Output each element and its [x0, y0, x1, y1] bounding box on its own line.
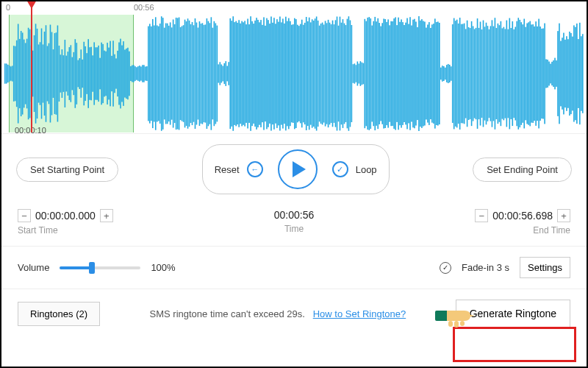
end-decrement-button[interactable]: −: [475, 209, 488, 222]
generate-ringtone-button[interactable]: Generate Ringtone: [456, 300, 570, 328]
svg-rect-119: [179, 18, 180, 130]
svg-rect-66: [101, 43, 102, 105]
svg-rect-239: [354, 63, 356, 83]
svg-rect-176: [262, 25, 263, 122]
set-ending-point-button[interactable]: Set Ending Point: [473, 158, 572, 182]
svg-rect-164: [244, 21, 245, 126]
svg-rect-187: [278, 22, 279, 126]
svg-rect-343: [506, 21, 508, 127]
svg-rect-290: [429, 22, 430, 125]
settings-button[interactable]: Settings: [520, 257, 570, 278]
svg-rect-16: [28, 28, 29, 120]
svg-rect-392: [578, 39, 579, 108]
volume-slider[interactable]: [60, 266, 140, 269]
check-icon[interactable]: ✓: [332, 161, 348, 177]
svg-rect-111: [167, 24, 168, 124]
svg-rect-340: [502, 28, 503, 118]
svg-rect-213: [316, 16, 318, 130]
svg-rect-241: [357, 62, 359, 86]
svg-rect-144: [215, 23, 217, 124]
svg-rect-172: [256, 18, 257, 130]
svg-rect-77: [117, 51, 118, 96]
play-button[interactable]: [278, 149, 318, 189]
svg-rect-178: [265, 26, 266, 121]
svg-rect-367: [541, 29, 542, 118]
svg-rect-258: [381, 23, 383, 124]
svg-rect-104: [157, 25, 158, 121]
end-increment-button[interactable]: +: [557, 209, 570, 222]
svg-rect-274: [405, 23, 406, 125]
svg-rect-360: [531, 24, 532, 122]
svg-rect-208: [309, 18, 310, 130]
svg-rect-19: [32, 51, 34, 97]
svg-rect-54: [83, 42, 85, 105]
bottom-row: Ringtones (2) SMS ringtone time can't ex…: [1, 289, 587, 338]
svg-rect-5: [12, 66, 13, 81]
svg-rect-88: [133, 65, 135, 82]
how-to-link[interactable]: How to Set Ringtone?: [313, 308, 406, 319]
svg-rect-265: [392, 21, 393, 126]
svg-rect-82: [124, 49, 126, 97]
svg-rect-139: [208, 21, 209, 127]
svg-rect-35: [56, 32, 57, 115]
fade-in-label[interactable]: Fade-in 3 s: [462, 262, 509, 273]
back-arrow-icon[interactable]: ←: [247, 161, 263, 177]
svg-rect-36: [57, 26, 59, 122]
loop-label[interactable]: Loop: [356, 164, 377, 175]
svg-rect-152: [226, 66, 228, 82]
playhead[interactable]: [31, 1, 32, 132]
svg-rect-386: [569, 32, 570, 116]
start-increment-button[interactable]: +: [100, 209, 113, 222]
ringtones-button[interactable]: Ringtones (2): [18, 302, 100, 326]
waveform-area[interactable]: 0 00:56 00:00:10: [1, 1, 587, 134]
svg-rect-190: [282, 18, 284, 128]
svg-rect-150: [223, 63, 225, 84]
svg-rect-148: [221, 65, 223, 83]
svg-rect-11: [21, 31, 22, 116]
checkmark-icon[interactable]: ✓: [440, 262, 451, 274]
start-decrement-button[interactable]: −: [18, 209, 31, 222]
svg-rect-6: [13, 46, 15, 102]
set-starting-point-button[interactable]: Set Starting Point: [16, 158, 118, 182]
svg-rect-278: [411, 25, 412, 121]
svg-rect-301: [445, 68, 446, 79]
svg-rect-385: [567, 39, 569, 108]
svg-rect-366: [539, 26, 541, 121]
svg-rect-363: [535, 21, 537, 126]
svg-rect-346: [511, 28, 512, 119]
svg-rect-281: [415, 21, 417, 125]
svg-rect-194: [288, 18, 290, 130]
svg-rect-224: [332, 21, 334, 127]
svg-rect-255: [377, 18, 379, 129]
svg-rect-317: [468, 27, 470, 120]
slider-thumb[interactable]: [89, 262, 95, 274]
svg-rect-145: [217, 26, 218, 122]
svg-rect-120: [180, 27, 182, 120]
svg-rect-388: [572, 37, 573, 111]
svg-rect-102: [154, 26, 155, 122]
svg-rect-108: [162, 18, 164, 130]
svg-rect-116: [174, 24, 176, 123]
svg-rect-298: [440, 68, 442, 80]
svg-rect-365: [538, 19, 539, 129]
svg-rect-163: [243, 22, 244, 124]
svg-rect-373: [550, 64, 551, 84]
svg-rect-101: [152, 19, 154, 128]
reset-label[interactable]: Reset: [215, 164, 240, 175]
svg-rect-243: [360, 61, 362, 86]
svg-rect-28: [46, 25, 47, 121]
svg-rect-105: [158, 26, 159, 121]
svg-rect-37: [59, 46, 60, 102]
svg-rect-45: [71, 45, 72, 102]
svg-rect-33: [53, 49, 54, 98]
svg-rect-4: [10, 66, 12, 80]
svg-rect-15: [26, 39, 28, 109]
svg-rect-245: [363, 63, 365, 85]
svg-rect-74: [112, 40, 114, 106]
svg-rect-182: [270, 16, 272, 130]
svg-rect-362: [534, 26, 535, 121]
time-row: − 00:00:00.000 + Start Time 00:00:56 Tim…: [1, 202, 587, 247]
svg-rect-10: [19, 39, 21, 108]
svg-rect-151: [225, 61, 226, 86]
svg-rect-133: [199, 21, 201, 126]
